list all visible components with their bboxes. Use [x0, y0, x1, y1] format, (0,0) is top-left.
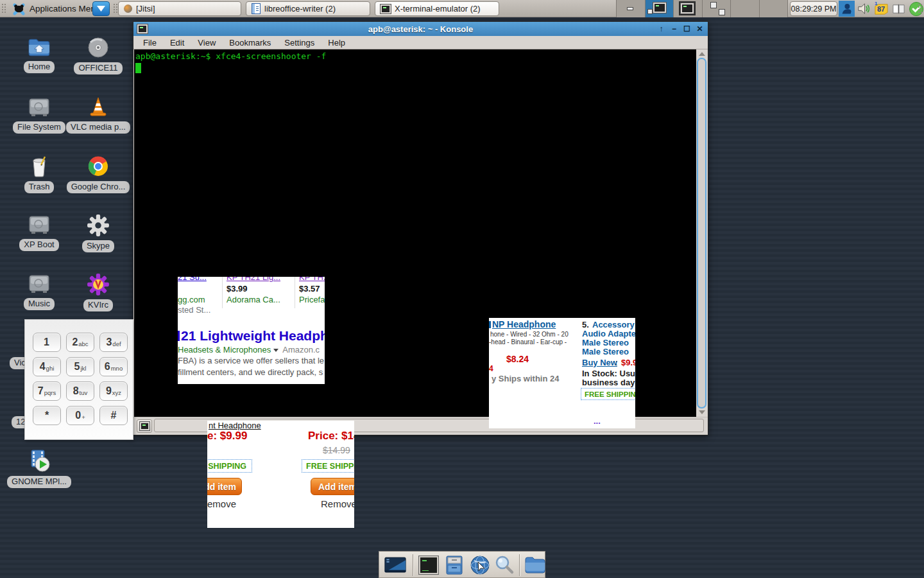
- seller-note: sted St...: [178, 305, 210, 315]
- menu-settings[interactable]: Settings: [284, 38, 314, 48]
- dock-folder-button[interactable]: [524, 554, 546, 576]
- keep-above-button[interactable]: ↑: [657, 24, 665, 33]
- desktop-icon-skype[interactable]: Skype: [69, 214, 127, 252]
- add-item-button[interactable]: Add item: [311, 478, 354, 495]
- workspace-cell-2-active[interactable]: [645, 0, 674, 17]
- applications-menu-button[interactable]: Applications Menu: [9, 0, 103, 17]
- folder-icon: [524, 556, 546, 575]
- workspace-cell-3[interactable]: [673, 0, 702, 17]
- remove-link[interactable]: Remove: [321, 498, 354, 509]
- dock-browser-button[interactable]: [469, 554, 491, 576]
- taskbar-button-label: X-terminal-emulator (2): [395, 4, 481, 13]
- divider: [222, 277, 223, 308]
- remove-link[interactable]: emove: [207, 498, 236, 509]
- tray-badge-icon[interactable]: 87 1: [873, 1, 889, 17]
- add-item-button[interactable]: dd item: [207, 478, 242, 495]
- terminal-scrollbar[interactable]: [696, 49, 707, 417]
- listing-title-link[interactable]: Male Stereo: [582, 347, 629, 356]
- applications-menu-label: Applications Menu: [30, 4, 100, 13]
- workspace-cell-1[interactable]: [616, 0, 645, 17]
- dialpad-key-6[interactable]: 6mno: [99, 357, 128, 376]
- panel-grip[interactable]: [1, 3, 6, 14]
- dialpad-panel: 1 2abc 3def 4ghi 5jkl 6mno 7pqrs 8tuv 9x…: [24, 319, 133, 440]
- desktop-icon-label: XP Boot: [19, 239, 58, 251]
- category-link[interactable]: Headsets & Microphones: [178, 345, 271, 355]
- seller-name: Adorama Ca...: [227, 295, 280, 304]
- menu-help[interactable]: Help: [328, 38, 345, 48]
- desktop-icon-office11[interactable]: OFFICE11: [69, 36, 127, 74]
- store-listing-fragment: NP Headphone hone - Wired - 32 Ohm - 20 …: [489, 318, 635, 428]
- panel-grip[interactable]: [918, 3, 923, 14]
- scroll-up-icon[interactable]: [699, 52, 705, 56]
- dialpad-key-star[interactable]: *: [33, 406, 61, 425]
- workspace-cell-4[interactable]: [702, 0, 731, 17]
- dock-filemanager-button[interactable]: [443, 554, 465, 576]
- tray-volume-icon[interactable]: [856, 1, 872, 17]
- tray-jitsi-icon[interactable]: [839, 1, 855, 17]
- cart-panel-fragment: nt Headphone e: $9.99 Price: $14. $14.99…: [207, 421, 354, 528]
- window-titlebar[interactable]: apb@asterisk: ~ - Konsole ↑ − ☐ ✕: [133, 22, 708, 36]
- desktop-icon-music[interactable]: Music: [10, 273, 68, 310]
- product-link[interactable]: 21 Su...: [178, 277, 207, 282]
- buy-new-link[interactable]: Buy New: [582, 358, 617, 367]
- snippet-line: fillment centers, and we directly pack, …: [178, 367, 323, 377]
- menu-view[interactable]: View: [198, 38, 216, 48]
- desktop-icon-xpboot[interactable]: XP Boot: [10, 214, 68, 251]
- taskbar-button-jitsi[interactable]: [Jitsi]: [118, 1, 241, 16]
- hard-drive-icon: [28, 96, 51, 118]
- free-shipping-badge: FREE SHIPPING: [581, 388, 635, 400]
- trash-can-icon: [28, 155, 51, 178]
- terminal-icon: [140, 422, 150, 430]
- desktop-icon-label: File System: [13, 121, 65, 134]
- desktop-icon-gnome-mplayer[interactable]: GNOME MPl...: [10, 448, 68, 488]
- result-title[interactable]: 21 Lightweight Headphone: [178, 328, 325, 344]
- product-link[interactable]: KP TH...: [299, 277, 325, 282]
- cart-item-title[interactable]: nt Headphone: [209, 421, 261, 430]
- dialpad-key-1[interactable]: 1: [33, 333, 61, 352]
- desktop-icon-trash[interactable]: Trash: [10, 155, 68, 193]
- product-link[interactable]: KP TH21 Lig...: [227, 277, 280, 282]
- workspace-cell-5[interactable]: [730, 0, 759, 17]
- maximize-button[interactable]: ☐: [683, 24, 691, 33]
- dialpad-key-2[interactable]: 2abc: [66, 333, 94, 352]
- workspace-cell-6[interactable]: [759, 0, 789, 17]
- panel-grip[interactable]: [113, 3, 118, 14]
- dialpad-key-8[interactable]: 8tuv: [66, 381, 94, 401]
- dialpad-key-9[interactable]: 9xyz: [99, 381, 128, 401]
- menu-bookmarks[interactable]: Bookmarks: [229, 38, 271, 48]
- clock[interactable]: 08:29:29 PM: [790, 1, 837, 16]
- free-shipping-badge: FREE SHIPPI: [302, 459, 354, 473]
- dialpad-key-3[interactable]: 3def: [99, 333, 128, 352]
- desktop-icon-home[interactable]: Home: [10, 37, 68, 73]
- close-button[interactable]: ✕: [696, 24, 704, 33]
- listing-title-link[interactable]: Male Stereo: [582, 338, 629, 347]
- dialpad-key-hash[interactable]: #: [99, 406, 128, 425]
- dropdown-arrow-icon[interactable]: [273, 349, 278, 352]
- dialpad-key-7[interactable]: 7pqrs: [33, 381, 61, 401]
- dock-show-desktop-button[interactable]: [384, 554, 406, 576]
- menu-file[interactable]: File: [143, 38, 157, 48]
- listing-title-link[interactable]: NP Headphone: [489, 319, 556, 329]
- taskbar-button-terminal[interactable]: X-terminal-emulator (2): [375, 1, 499, 16]
- tray-addressbook-icon[interactable]: [891, 1, 907, 17]
- minimize-button[interactable]: −: [670, 24, 678, 33]
- panel-arrow-button[interactable]: [92, 1, 110, 16]
- breadcrumb: Headsets & MicrophonesAmazon.c: [178, 345, 320, 355]
- desktop-icon-chrome[interactable]: Google Chro...: [69, 155, 127, 193]
- listing-title-link[interactable]: Audio Adapte: [582, 329, 635, 338]
- desktop-icon-vlc[interactable]: VLC media p...: [69, 95, 127, 134]
- dialpad-key-5[interactable]: 5jkl: [66, 357, 94, 376]
- media-player-icon: [27, 448, 51, 473]
- dock-search-button[interactable]: [493, 554, 515, 576]
- dialpad-key-4[interactable]: 4ghi: [33, 357, 61, 376]
- scroll-down-icon[interactable]: [699, 410, 705, 414]
- menu-edit[interactable]: Edit: [170, 38, 184, 48]
- dock-terminal-button[interactable]: [418, 554, 440, 576]
- desktop-icon-filesystem[interactable]: File System: [10, 96, 68, 134]
- dialpad-key-0[interactable]: 0+: [66, 406, 94, 425]
- desktop-icon-kvirc[interactable]: KVIrc: [69, 273, 127, 311]
- listing-title-link[interactable]: Accessory: [592, 320, 635, 329]
- new-tab-button[interactable]: [137, 419, 152, 433]
- taskbar-button-writer[interactable]: libreoffice-writer (2): [246, 1, 370, 16]
- scrollbar-thumb[interactable]: [697, 58, 706, 408]
